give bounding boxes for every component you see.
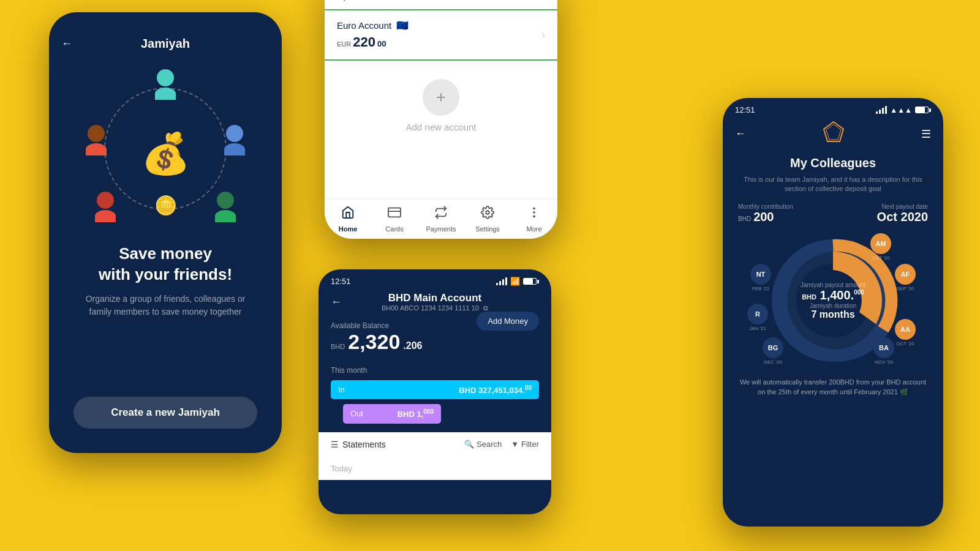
nav-home-label: Home (339, 225, 358, 233)
phone-3-back-icon[interactable]: ← (331, 296, 342, 309)
svg-point-4 (533, 212, 535, 213)
status-icons: 📶 (496, 277, 539, 286)
phone-3-bhd: 12:51 📶 ← BHD Main Account BH00 ABCO 123… (318, 269, 551, 514)
donut-duration-value: 7 months (801, 309, 865, 320)
add-money-button[interactable]: Add Money (477, 312, 539, 331)
today-label: Today (331, 464, 352, 473)
payout-date-value: Oct 2020 (877, 210, 928, 224)
filter-icon: ▼ (511, 440, 519, 449)
nav-more-label: More (526, 225, 541, 233)
phone-1-jamiyah: ← Jamiyah (49, 12, 282, 453)
main-balance: BHD 2,320 .206 (331, 330, 422, 354)
statements-bar: ☰ Statements 🔍 Search ▼ Filter (318, 432, 551, 457)
nav-cards[interactable]: Cards (376, 206, 413, 233)
nav-settings[interactable]: Settings (469, 206, 506, 233)
payments-icon (434, 206, 448, 223)
phone-3-time: 12:51 (331, 277, 351, 286)
nav-payments-label: Payments (426, 225, 456, 233)
donut-payout-label: Jamiyah payout amount (801, 281, 865, 288)
svg-marker-7 (826, 124, 841, 140)
coins-icon: 🪙 (154, 195, 177, 216)
save-desc: Organize a group of friends, colleagues … (61, 293, 270, 318)
diamond-icon (746, 121, 921, 147)
wifi-icon: 📶 (510, 277, 520, 286)
statements-icon: ☰ (331, 440, 339, 449)
nav-payments[interactable]: Payments (423, 206, 459, 233)
avatar-bg[interactable]: BG DEC '20 (763, 337, 783, 365)
phone-3-title: BHD Main Account (342, 292, 528, 304)
phone-4-colleagues: 12:51 ▲▲▲ ← ☰ My Colleagues This is o (723, 98, 943, 527)
illustration-area: 💰 🪙 (86, 69, 245, 228)
avatar-am[interactable]: AM OCT '20 (870, 233, 891, 261)
svg-rect-0 (388, 208, 401, 217)
battery-icon (523, 278, 539, 285)
filter-action[interactable]: ▼ Filter (511, 440, 539, 449)
home-icon (341, 206, 355, 223)
avatar-af[interactable]: AF SEP '20 (895, 264, 916, 291)
avatar-nt[interactable]: NT FEB '21 (750, 264, 771, 291)
donut-chart: Jamiyah payout amount BHD 1,400.000 Jami… (747, 230, 919, 371)
bottom-nav: Home Cards Payments (325, 199, 557, 239)
phone-4-status-icons: ▲▲▲ (876, 106, 931, 114)
chevron-right-icon: › (542, 29, 545, 40)
in-bar: In BHD 327,451,034.00 (331, 380, 539, 399)
add-account-button[interactable]: + (423, 79, 459, 116)
person-bottom-right (215, 192, 236, 222)
person-bottom-left (95, 192, 116, 222)
avatar-ba[interactable]: BA NOV '20 (873, 337, 894, 365)
person-right (224, 125, 245, 156)
svg-point-5 (533, 216, 535, 217)
phone-4-header: ← ☰ (723, 118, 943, 153)
phone-3-status-bar: 12:51 📶 (318, 269, 551, 289)
more-icon (527, 206, 541, 223)
avatar-r[interactable]: R JAN '21 (747, 304, 768, 331)
phone-4-status-bar: 12:51 ▲▲▲ (723, 98, 943, 118)
create-jamiyah-button[interactable]: Create a new Jamiyah (74, 397, 257, 429)
copy-icon[interactable]: ⧉ (483, 304, 488, 312)
save-title: Save money with your friends! (99, 244, 232, 285)
out-bar: Out BHD 1,000 (343, 404, 441, 423)
phone-notch (129, 12, 202, 28)
cards-icon (388, 206, 401, 223)
this-month-label: This month (318, 360, 551, 378)
statements-label: Statements (342, 440, 386, 449)
nav-home[interactable]: Home (330, 206, 366, 233)
person-top (155, 69, 176, 100)
phone-4-battery-icon (915, 107, 931, 113)
euro-account-name: Euro Account 🇪🇺 (337, 20, 409, 31)
svg-point-2 (486, 211, 489, 214)
eu-flag-icon: 🇪🇺 (396, 20, 409, 31)
phone-4-back-icon[interactable]: ← (735, 127, 746, 140)
colleagues-title: My Colleagues (723, 153, 943, 173)
donut-center: Jamiyah payout amount BHD 1,400.000 Jami… (801, 281, 865, 320)
settings-icon (481, 206, 494, 223)
colleagues-desc: This is our ila team Jamiyah, and it has… (723, 173, 943, 200)
contribution-row: Monthly contribution BHD 200 Next payout… (723, 200, 943, 230)
add-account-area: + Add new account (325, 61, 557, 151)
euro-balance: EUR 220 00 (337, 34, 409, 50)
phone-1-title: Jamiyah (72, 37, 258, 51)
search-icon: 🔍 (464, 440, 474, 449)
nav-more[interactable]: More (516, 206, 552, 233)
back-arrow-icon[interactable]: ← (61, 37, 72, 50)
payout-date-label: Next payout date (877, 203, 928, 210)
donut-payout-amount: BHD 1,400.000 (801, 288, 865, 302)
avatar-aa[interactable]: AA OCT '20 (895, 319, 916, 347)
phone-4-wifi-icon: ▲▲▲ (890, 106, 912, 114)
nav-settings-label: Settings (475, 225, 500, 233)
prev-balance-amount: 2,000. (337, 0, 368, 1)
search-action[interactable]: 🔍 Search (464, 440, 502, 449)
prev-balance-row: 2,000. (325, 0, 557, 10)
money-bag-icon: 💰 (141, 130, 190, 177)
hamburger-icon[interactable]: ☰ (921, 127, 931, 141)
phone-4-signal-icon (876, 106, 887, 114)
signal-bars-icon (496, 277, 507, 285)
nav-cards-label: Cards (385, 225, 403, 233)
euro-account-item[interactable]: Euro Account 🇪🇺 EUR 220 00 › (325, 10, 557, 61)
monthly-contrib-label: Monthly contribution (738, 203, 793, 210)
balance-section: Available Balance BHD 2,320 .206 Add Mon… (318, 318, 551, 360)
person-left (86, 125, 107, 156)
donut-duration-label: Jamiyah duration (801, 302, 865, 309)
phone-2-accounts: 2,000. Euro Account 🇪🇺 EUR 220 00 › + Ad… (325, 0, 557, 239)
add-account-label: Add new account (405, 122, 476, 132)
